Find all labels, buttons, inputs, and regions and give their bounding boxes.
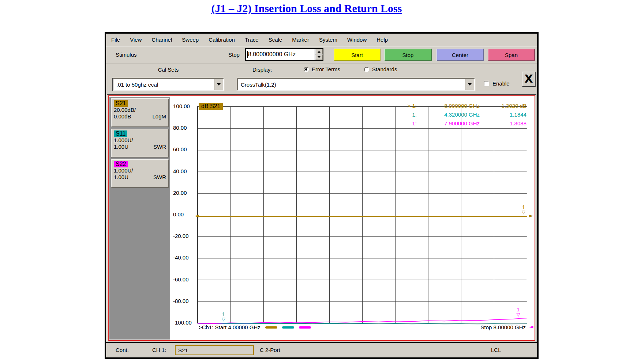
trace-s22 (198, 319, 527, 323)
spin-up-button[interactable] (315, 49, 323, 54)
center-button[interactable]: Center (436, 49, 484, 61)
spinner (315, 49, 323, 60)
active-trace-label: dB S21 (199, 103, 223, 110)
y-axis-tick-label: 100.00 (173, 103, 190, 109)
cal-sets-label: Cal Sets (106, 67, 230, 73)
span-button[interactable]: Span (488, 49, 535, 61)
trace-status-s11[interactable]: S111.000U/1.00USWR (111, 129, 169, 158)
trace-curves (198, 107, 527, 323)
active-channel-frame: S2120.00dB/0.00dBLogMS111.000U/1.00USWRS… (108, 95, 535, 341)
display-label: Display: (252, 67, 272, 73)
radio-error-terms[interactable]: Error Terms (304, 66, 340, 72)
channel-label: CH 1: (152, 347, 166, 353)
lcl-status: LCL (491, 347, 501, 353)
trace-scale: 20.00dB/ (114, 107, 166, 113)
cal-status: C 2-Port (260, 347, 280, 353)
menu-item-help[interactable]: Help (376, 37, 388, 43)
continuous-sweep-status: Cont. (116, 347, 129, 353)
trace-id-chip: S22 (114, 161, 128, 167)
marker-frequency: 8.000000 GHz (417, 103, 480, 109)
trace-legend-dash-icon (265, 326, 277, 329)
marker-id: > 1: (396, 103, 417, 109)
stop-frequency-spinbox[interactable]: 8.000000000 GHz (245, 48, 323, 61)
plot-area: dB S21 > 1:8.000000 GHz-1.3020 dB1:4.320… (171, 97, 534, 340)
trace-status-s22[interactable]: S221.000U/1.00USWR (111, 159, 169, 188)
marker-value: 1.3088 (480, 120, 526, 126)
stop-frequency-label: Stop 8.00000 GHz (481, 324, 526, 330)
menu-item-window[interactable]: Window (347, 37, 367, 43)
y-axis-tick-label: -100.00 (173, 319, 192, 326)
marker-triangle-icon: ▽ (520, 210, 527, 215)
text-cursor (247, 51, 248, 58)
marker-1-s21[interactable]: 1▽ (520, 205, 527, 215)
enable-checkbox[interactable] (484, 81, 489, 86)
trace-status-sidebar: S2120.00dB/0.00dBLogMS111.000U/1.00USWRS… (109, 97, 170, 340)
chevron-down-icon (217, 83, 221, 86)
y-axis-tick-label: -40.00 (173, 254, 189, 261)
marker-value: -1.3020 dB (480, 103, 526, 109)
stop-field-label: Stop (228, 52, 240, 58)
term-dropdown[interactable]: CrossTalk(1,2) (237, 78, 475, 91)
marker-readout-row: 1:7.900000 GHz1.3088 (396, 119, 526, 128)
marker-id: 1: (396, 111, 417, 118)
trace-id-chip: S21 (114, 100, 128, 107)
menu-item-file[interactable]: File (111, 37, 120, 43)
y-axis-tick-label: 60.00 (173, 146, 187, 152)
menu-item-sweep[interactable]: Sweep (182, 37, 199, 43)
spin-down-button[interactable] (315, 54, 323, 60)
marker-id: 1: (396, 120, 417, 126)
term-value: CrossTalk(1,2) (238, 79, 465, 90)
marker-1-s22[interactable]: 1▽ (515, 307, 522, 317)
menu-item-scale[interactable]: Scale (269, 37, 282, 43)
cal-sets-panel: Cal Sets Display: Error Terms Standards … (106, 64, 537, 94)
y-axis-tick-label: -60.00 (173, 276, 189, 283)
down-arrow-icon (318, 56, 320, 58)
enable-checkbox-group[interactable]: Enable (484, 80, 510, 87)
menu-item-marker[interactable]: Marker (292, 37, 309, 43)
menu-item-trace[interactable]: Trace (245, 37, 259, 43)
menu-item-system[interactable]: System (319, 37, 337, 43)
marker-1-s11[interactable]: 1▽ (220, 312, 227, 322)
vna-application-window: FileViewChannelSweepCalibrationTraceScal… (105, 32, 539, 359)
marker-value: 1.1844 (480, 111, 526, 118)
stop-button[interactable]: Stop (384, 49, 432, 61)
trace-edge-arrow-icon: ► (529, 213, 533, 219)
menu-item-channel[interactable]: Channel (151, 37, 172, 43)
marker-readout-row: 1:4.320000 GHz1.1844 (396, 110, 526, 119)
marker-readout-row: > 1:8.000000 GHz-1.3020 dB (396, 101, 526, 110)
enable-label: Enable (492, 80, 510, 87)
trace-status-s21[interactable]: S2120.00dB/0.00dBLogM (111, 98, 169, 127)
y-axis-tick-label: 80.00 (173, 125, 187, 131)
page-title: (J1 – J2) Insertion Loss and Return Loss (0, 2, 613, 15)
marker-triangle-icon: ▽ (220, 317, 227, 322)
menu-item-calibration[interactable]: Calibration (209, 37, 235, 43)
start-frequency-label: >Ch1: Start 4.00000 GHz (199, 324, 260, 330)
stimulus-toolbar: Stimulus Stop 8.000000000 GHz StartStopC… (106, 46, 537, 64)
cal-set-value: .01 to 50ghz ecal (113, 79, 214, 90)
trace-scale: 1.000U/ (114, 137, 166, 144)
menu-item-view[interactable]: View (130, 37, 142, 43)
cal-set-dropdown[interactable]: .01 to 50ghz ecal (113, 78, 224, 91)
radio-standards[interactable]: Standards (364, 66, 397, 72)
marker-triangle-icon: ▽ (515, 312, 522, 317)
status-bar: Cont. CH 1: S21 C 2-Port LCL (106, 342, 537, 357)
y-axis-tick-label: 0.00 (173, 211, 184, 217)
trace-ref-and-format: 1.00USWR (114, 174, 166, 181)
start-button[interactable]: Start (334, 49, 381, 61)
chevron-down-icon (468, 83, 472, 86)
trace-legend-dash-icon (282, 326, 294, 329)
close-button[interactable]: X (522, 72, 536, 87)
stop-frequency-input[interactable]: 8.000000000 GHz (246, 49, 315, 60)
dropdown-arrow-button[interactable] (214, 79, 223, 90)
trace-edge-arrow-icon: ◄ (195, 213, 199, 219)
stimulus-label: Stimulus (116, 52, 137, 58)
dropdown-arrow-button[interactable] (465, 79, 474, 90)
stimulus-annotation: >Ch1: Start 4.00000 GHz (199, 324, 311, 330)
marker-readout: > 1:8.000000 GHz-1.3020 dB1:4.320000 GHz… (396, 101, 526, 128)
radio-standards-label: Standards (372, 66, 397, 72)
measurement-selector[interactable]: S21 (175, 345, 254, 355)
marker-frequency: 4.320000 GHz (417, 111, 480, 118)
up-arrow-icon (318, 51, 320, 53)
y-axis-tick-label: 40.00 (173, 168, 187, 174)
y-axis-tick-label: 20.00 (173, 190, 187, 196)
